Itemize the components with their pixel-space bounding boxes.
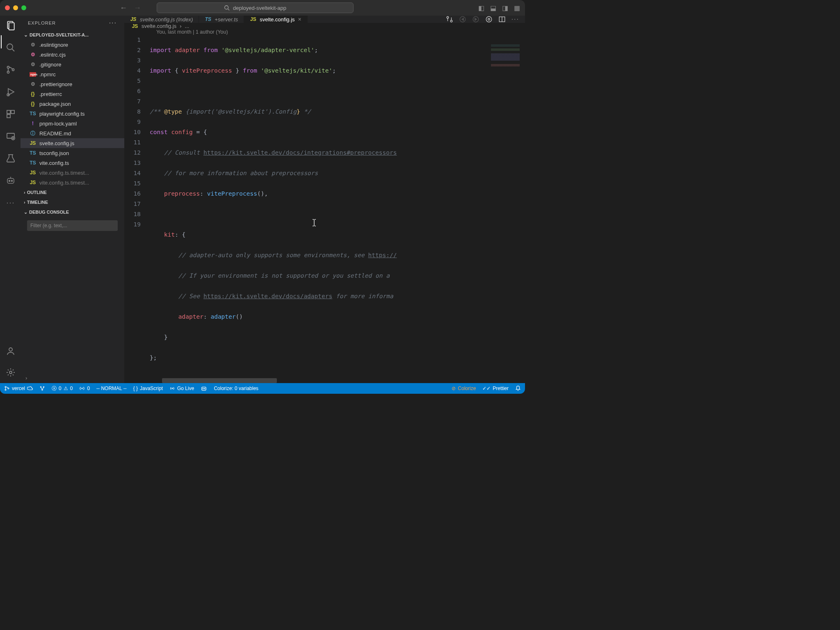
activity-more-icon[interactable]: ··· bbox=[5, 197, 16, 208]
file-icon: {} bbox=[30, 101, 36, 107]
file-row[interactable]: JSsvelte.config.js bbox=[21, 138, 124, 148]
go-icon[interactable] bbox=[485, 16, 493, 23]
file-row[interactable]: ⓘREADME.md bbox=[21, 128, 124, 138]
code-editor[interactable]: 12345678910111213141516171819 import ada… bbox=[124, 35, 525, 394]
file-label: vite.config.ts.timest... bbox=[39, 170, 89, 176]
activity-run-debug-icon[interactable] bbox=[5, 86, 16, 98]
file-icon: ⚙ bbox=[30, 81, 36, 87]
run-next-icon[interactable] bbox=[472, 16, 479, 23]
activity-settings-icon[interactable] bbox=[5, 367, 16, 378]
file-label: tsconfig.json bbox=[39, 150, 69, 156]
file-row[interactable]: ⚙.gitignore bbox=[21, 59, 124, 69]
explorer-more-icon[interactable]: ··· bbox=[109, 19, 117, 27]
chevron-right-icon[interactable]: › bbox=[25, 375, 27, 381]
editor-tab[interactable]: JSsvelte.config.js (Index) bbox=[124, 16, 199, 23]
svg-point-24 bbox=[9, 371, 12, 374]
run-prev-icon[interactable] bbox=[459, 16, 466, 23]
debug-console-section[interactable]: ⌄ DEBUG CONSOLE bbox=[21, 207, 124, 217]
tab-close-icon[interactable]: × bbox=[298, 16, 301, 23]
file-row[interactable]: TStsconfig.json bbox=[21, 148, 124, 158]
svg-point-38 bbox=[40, 386, 41, 387]
tab-actions: ··· bbox=[440, 16, 525, 23]
editor-tab[interactable]: JSsvelte.config.js× bbox=[244, 16, 307, 23]
file-row[interactable]: ⚙.eslintignore bbox=[21, 40, 124, 50]
svg-point-31 bbox=[486, 16, 492, 22]
svg-rect-19 bbox=[7, 178, 14, 183]
codelens[interactable]: You, last month | 1 author (You) bbox=[124, 29, 525, 35]
status-vim-mode[interactable]: -- NORMAL -- bbox=[96, 386, 127, 391]
file-row[interactable]: {}package.json bbox=[21, 99, 124, 109]
layout-customize-icon[interactable]: ▦ bbox=[514, 4, 520, 12]
project-name: DEPLOYED-SVELTEKIT-A... bbox=[30, 32, 89, 37]
close-window-button[interactable] bbox=[5, 5, 10, 10]
minimap-content bbox=[491, 44, 520, 77]
file-row[interactable]: npm.npmrc bbox=[21, 69, 124, 79]
titlebar: ← → deployed-sveltekit-app ◧ ⬓ ◨ ▦ bbox=[0, 0, 525, 16]
file-row[interactable]: !pnpm-lock.yaml bbox=[21, 119, 124, 128]
activity-explorer-icon[interactable] bbox=[5, 20, 16, 31]
chevron-down-icon: ⌄ bbox=[24, 210, 27, 215]
file-label: vite.config.ts bbox=[39, 160, 69, 166]
file-row[interactable]: JSvite.config.ts.timest... bbox=[21, 178, 124, 187]
file-label: .prettierignore bbox=[39, 81, 72, 87]
svg-point-7 bbox=[7, 71, 9, 73]
file-row[interactable]: {}.prettierrc bbox=[21, 89, 124, 99]
line-number: 7 bbox=[124, 96, 141, 107]
line-number: 4 bbox=[124, 66, 141, 76]
minimap[interactable] bbox=[488, 42, 525, 383]
activity-accounts-icon[interactable] bbox=[5, 345, 16, 357]
maximize-window-button[interactable] bbox=[21, 5, 26, 10]
file-label: .eslintignore bbox=[39, 42, 68, 48]
file-icon: TS bbox=[30, 150, 36, 156]
code-content[interactable]: import adapter from '@sveltejs/adapter-v… bbox=[150, 35, 525, 394]
file-row[interactable]: JSvite.config.ts.timest... bbox=[21, 168, 124, 178]
horizontal-scrollbar[interactable] bbox=[150, 378, 487, 383]
file-row[interactable]: TSvite.config.ts bbox=[21, 158, 124, 168]
editor-tabs: JSsvelte.config.js (Index)TS+server.tsJS… bbox=[124, 16, 525, 23]
status-graph[interactable] bbox=[39, 386, 45, 391]
tab-more-icon[interactable]: ··· bbox=[511, 16, 519, 23]
git-compare-icon[interactable] bbox=[446, 16, 453, 23]
filter-placeholder: Filter (e.g. text,... bbox=[30, 223, 67, 228]
svg-line-5 bbox=[12, 49, 14, 51]
nav-back-button[interactable]: ← bbox=[120, 4, 127, 12]
activity-copilot-icon[interactable] bbox=[5, 175, 16, 186]
activity-testing-icon[interactable] bbox=[5, 153, 16, 164]
activity-remote-icon[interactable] bbox=[5, 130, 16, 142]
scrollbar-thumb[interactable] bbox=[162, 378, 277, 383]
layout-primary-icon[interactable]: ◧ bbox=[478, 4, 484, 12]
file-label: playwright.config.ts bbox=[39, 111, 85, 117]
tab-label: svelte.config.js bbox=[260, 16, 294, 23]
file-row[interactable]: ⚙.prettierignore bbox=[21, 79, 124, 89]
status-ports[interactable]: 0 bbox=[79, 386, 90, 391]
file-row[interactable]: TSplaywright.config.ts bbox=[21, 109, 124, 119]
debug-filter-input[interactable]: Filter (e.g. text,... bbox=[27, 220, 118, 231]
nav-forward-button[interactable]: → bbox=[134, 4, 141, 12]
command-center-search[interactable]: deployed-sveltekit-app bbox=[157, 2, 354, 13]
activity-source-control-icon[interactable] bbox=[5, 64, 16, 75]
layout-panel-icon[interactable]: ⬓ bbox=[490, 4, 496, 12]
split-editor-icon[interactable] bbox=[498, 16, 506, 23]
sidebar-title: EXPLORER ··· bbox=[21, 16, 124, 30]
activity-search-icon[interactable] bbox=[5, 42, 16, 53]
status-problems[interactable]: ⓧ0 ⚠0 bbox=[52, 385, 73, 392]
breadcrumb[interactable]: JS svelte.config.js › ... bbox=[124, 23, 525, 29]
timeline-label: TIMELINE bbox=[27, 200, 48, 205]
tab-label: +server.ts bbox=[215, 16, 238, 23]
status-branch[interactable]: vercel bbox=[4, 386, 33, 391]
editor-area: JSsvelte.config.js (Index)TS+server.tsJS… bbox=[124, 16, 525, 383]
line-number: 9 bbox=[124, 117, 141, 127]
explorer-label: EXPLORER bbox=[28, 21, 56, 25]
editor-tab[interactable]: TS+server.ts bbox=[199, 16, 244, 23]
file-row[interactable]: ⚙.eslintrc.cjs bbox=[21, 50, 124, 59]
file-icon: ⓘ bbox=[30, 130, 36, 137]
debug-console-label: DEBUG CONSOLE bbox=[29, 210, 69, 215]
layout-secondary-icon[interactable]: ◨ bbox=[502, 4, 508, 12]
timeline-section[interactable]: › TIMELINE bbox=[21, 197, 124, 207]
file-icon: JS bbox=[30, 140, 36, 146]
activity-extensions-icon[interactable] bbox=[5, 108, 16, 120]
project-header[interactable]: ⌄ DEPLOYED-SVELTEKIT-A... bbox=[21, 30, 124, 40]
outline-section[interactable]: › OUTLINE bbox=[21, 187, 124, 197]
minimize-window-button[interactable] bbox=[13, 5, 18, 10]
error-icon: ⓧ bbox=[52, 385, 57, 392]
